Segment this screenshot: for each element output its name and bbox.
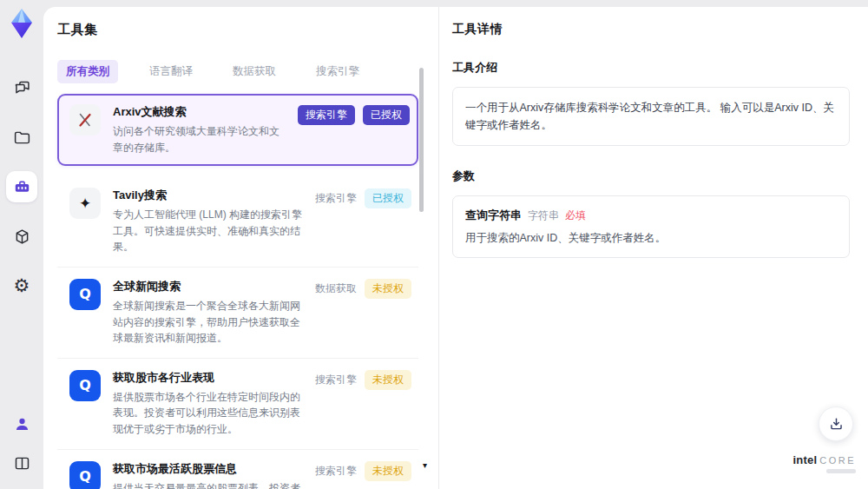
category-badge: 搜索引擎 [298, 105, 355, 125]
download-button[interactable] [819, 406, 853, 441]
sidebar-bottom [6, 408, 37, 479]
category-label: 搜索引擎 [315, 191, 357, 206]
tool-item-tavily[interactable]: ✦ Tavily搜索 专为人工智能代理 (LLM) 构建的搜索引擎工具。可快速提… [57, 176, 418, 268]
tool-detail-pane: 工具详情 工具介绍 一个用于从Arxiv存储库搜索科学论文和文章的工具。 输入可… [439, 7, 868, 489]
brand-underline [826, 469, 856, 473]
toolbox-icon-active[interactable] [6, 171, 37, 202]
auth-status-badge: 已授权 [365, 188, 411, 208]
chat-icon[interactable] [6, 72, 37, 103]
param-type: 字符串 [528, 208, 559, 223]
scrollbar-thumb[interactable] [419, 68, 424, 212]
list-scrollbar[interactable] [419, 61, 424, 463]
auth-status-badge: 未授权 [365, 279, 411, 299]
brand-intel-text: intel [792, 453, 817, 466]
tab-language-translation[interactable]: 语言翻译 [141, 60, 201, 83]
brand-core-text: CORE [819, 455, 856, 466]
tool-list: Arxiv文献搜索 访问各个研究领域大量科学论文和文章的存储库。 搜索引擎 已授… [57, 94, 418, 489]
user-icon[interactable] [6, 408, 37, 439]
arxiv-logo-icon [69, 104, 101, 135]
tool-name: 获取股市各行业表现 [113, 370, 303, 386]
tools-list-pane: 工具集 所有类别 语言翻译 数据获取 搜索引擎 Arxiv文献搜索 访问各个研究… [43, 7, 438, 489]
tool-description: 访问各个研究领域大量科学论文和文章的存储库。 [113, 123, 286, 155]
scroll-down-arrow[interactable]: ▾ [423, 460, 427, 470]
param-required-flag: 必填 [565, 208, 586, 223]
page-title: 工具集 [57, 22, 438, 38]
tab-data-fetch[interactable]: 数据获取 [224, 60, 285, 83]
category-label: 搜索引擎 [315, 464, 357, 479]
app-sidebar: ⚙ [0, 0, 43, 489]
category-label: 数据获取 [315, 281, 357, 296]
detail-title: 工具详情 [452, 22, 850, 37]
tool-item-sector-performance[interactable]: Q 获取股市各行业表现 提供股票市场各个行业在特定时间段内的表现。投资者可以利用… [57, 359, 418, 450]
q-finance-logo-icon: Q [69, 461, 101, 489]
tool-description: 提供股票市场各个行业在特定时间段内的表现。投资者可以利用这些信息来识别表现优于或… [113, 389, 303, 438]
param-description: 用于搜索的Arxiv ID、关键字或作者姓名。 [465, 231, 837, 246]
tool-description: 专为人工智能代理 (LLM) 构建的搜索引擎工具。可快速提供实时、准确和真实的结… [113, 207, 303, 255]
intel-core-logo: intel CORE [792, 453, 856, 473]
main-content: 工具集 所有类别 语言翻译 数据获取 搜索引擎 Arxiv文献搜索 访问各个研究… [43, 7, 868, 489]
tavily-star-icon: ✦ [69, 188, 101, 219]
folder-icon[interactable] [6, 122, 37, 153]
auth-status-badge: 已授权 [363, 105, 410, 125]
q-news-logo-icon: Q [69, 279, 101, 310]
tab-search-engine[interactable]: 搜索引擎 [307, 60, 368, 83]
app-logo-icon [5, 6, 38, 41]
auth-status-badge: 未授权 [365, 461, 411, 481]
tool-intro-box: 一个用于从Arxiv存储库搜索科学论文和文章的工具。 输入可以是Arxiv ID… [452, 87, 850, 146]
tool-item-global-news[interactable]: Q 全球新闻搜索 全球新闻搜索是一个聚合全球各大新闻网站内容的搜索引擎，帮助用户… [57, 268, 418, 359]
param-name: 查询字符串 [465, 208, 522, 223]
params-section-title: 参数 [452, 169, 850, 184]
tool-item-most-active-stocks[interactable]: Q 获取市场最活跃股票信息 提供当天交易量最高的股票列表，投资者可以利用这些信息… [57, 450, 418, 489]
auth-status-badge: 未授权 [365, 370, 411, 390]
tool-description: 全球新闻搜索是一个聚合全球各大新闻网站内容的搜索引擎，帮助用户快速获取全球最新资… [113, 298, 303, 347]
tab-all-categories[interactable]: 所有类别 [57, 60, 118, 83]
tool-name: Tavily搜索 [113, 188, 303, 203]
category-label: 搜索引擎 [315, 373, 357, 387]
tool-name: 全球新闻搜索 [113, 279, 303, 294]
sidebar-nav: ⚙ [6, 72, 37, 301]
tool-name: 获取市场最活跃股票信息 [113, 461, 303, 477]
tool-item-arxiv[interactable]: Arxiv文献搜索 访问各个研究领域大量科学论文和文章的存储库。 搜索引擎 已授… [57, 94, 418, 166]
tool-description: 提供当天交易量最高的股票列表，投资者可以利用这些信息来识别流动性强的股票和潜在的… [113, 480, 303, 489]
cube-icon[interactable] [6, 221, 37, 252]
settings-gear-icon[interactable]: ⚙ [6, 270, 37, 301]
parameter-box: 查询字符串 字符串 必填 用于搜索的Arxiv ID、关键字或作者姓名。 [452, 195, 850, 258]
q-finance-logo-icon: Q [69, 370, 101, 401]
tool-name: Arxiv文献搜索 [113, 104, 286, 120]
panels-icon[interactable] [6, 447, 37, 479]
intro-section-title: 工具介绍 [452, 60, 850, 76]
category-tabs: 所有类别 语言翻译 数据获取 搜索引擎 [57, 60, 438, 83]
